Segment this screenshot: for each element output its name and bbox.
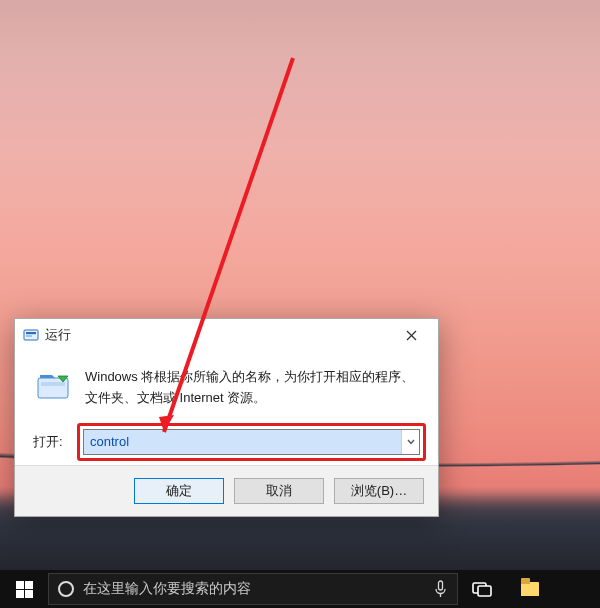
run-dialog: 运行 Windows 将根据你所输入的名称，为你打开相应 (14, 318, 439, 517)
open-label: 打开: (33, 433, 73, 451)
file-explorer-button[interactable] (506, 570, 554, 608)
dialog-titlebar[interactable]: 运行 (15, 319, 438, 351)
svg-rect-6 (41, 382, 65, 386)
open-input[interactable] (84, 430, 401, 454)
combobox-dropdown-button[interactable] (401, 430, 419, 454)
mic-icon[interactable] (423, 580, 457, 598)
task-view-button[interactable] (458, 570, 506, 608)
svg-rect-2 (26, 335, 32, 337)
cancel-button[interactable]: 取消 (234, 478, 324, 504)
close-icon (406, 330, 417, 341)
svg-rect-1 (26, 332, 36, 334)
close-button[interactable] (388, 320, 434, 350)
svg-rect-13 (25, 590, 33, 598)
ok-button[interactable]: 确定 (134, 478, 224, 504)
dialog-body: Windows 将根据你所输入的名称，为你打开相应的程序、文件夹、文档或 Int… (15, 351, 438, 465)
svg-rect-17 (478, 586, 491, 596)
open-combobox[interactable] (83, 429, 420, 455)
run-folder-icon (35, 369, 71, 405)
description-row: Windows 将根据你所输入的名称，为你打开相应的程序、文件夹、文档或 Int… (33, 367, 420, 409)
svg-rect-0 (24, 330, 38, 340)
taskbar-search-placeholder: 在这里输入你要搜索的内容 (83, 580, 423, 598)
open-row: 打开: (33, 429, 420, 455)
browse-button[interactable]: 浏览(B)… (334, 478, 424, 504)
cortana-icon (49, 581, 83, 597)
svg-rect-10 (16, 581, 24, 589)
taskbar-search[interactable]: 在这里输入你要搜索的内容 (48, 573, 458, 605)
dialog-description: Windows 将根据你所输入的名称，为你打开相应的程序、文件夹、文档或 Int… (85, 367, 420, 409)
chevron-down-icon (407, 439, 415, 445)
run-title-icon (23, 327, 39, 343)
taskbar: 在这里输入你要搜索的内容 (0, 570, 600, 608)
start-button[interactable] (0, 570, 48, 608)
dialog-footer: 确定 取消 浏览(B)… (15, 465, 438, 516)
svg-rect-11 (25, 581, 33, 589)
windows-logo-icon (16, 581, 33, 598)
dialog-title: 运行 (45, 326, 388, 344)
desktop: 运行 Windows 将根据你所输入的名称，为你打开相应 (0, 0, 600, 608)
file-explorer-icon (521, 582, 539, 596)
task-view-icon (472, 581, 492, 597)
svg-rect-14 (438, 581, 442, 590)
svg-rect-12 (16, 590, 24, 598)
